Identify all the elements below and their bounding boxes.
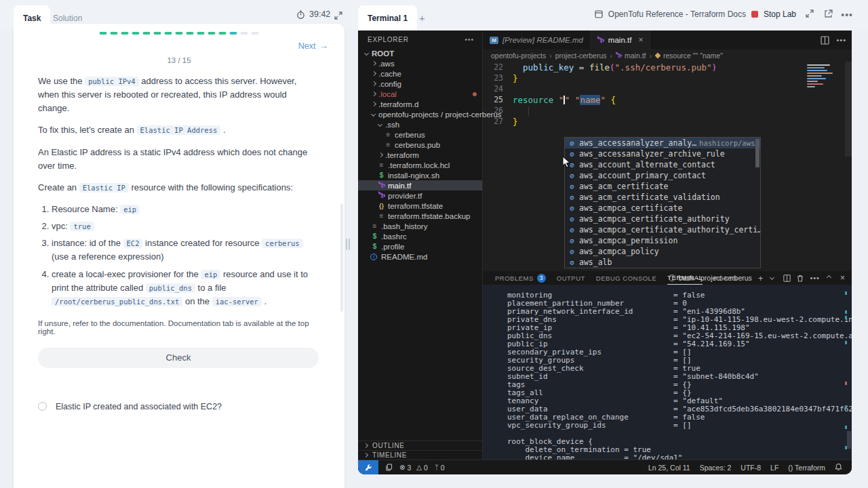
stop-lab-button[interactable]: Stop Lab (751, 9, 796, 19)
scroll-mark (845, 405, 847, 409)
new-terminal-icon[interactable]: + (758, 273, 764, 283)
suggestion-item[interactable]: ⊘aws_acmpca_certificate_authority_certi… (565, 224, 760, 235)
chevron-right-icon (370, 81, 377, 87)
tree-item--aws[interactable]: .aws (358, 58, 482, 68)
suggestion-item[interactable]: ⊘aws_acmpca_policy (565, 246, 760, 257)
tab-terminal-1[interactable]: Terminal 1 (358, 5, 417, 30)
remote-indicator[interactable] (358, 460, 378, 474)
section-timeline[interactable]: TIMELINE (358, 450, 482, 460)
expand-terminal-icon[interactable] (806, 9, 814, 18)
line-number: 27 (483, 117, 513, 126)
terminal-output[interactable]: monitoring = false placement_partition_n… (483, 285, 852, 462)
editor-more-icon[interactable]: ••• (836, 36, 846, 44)
tree-item--ssh[interactable]: .ssh (358, 119, 482, 129)
symbol-icon (655, 52, 661, 58)
progress-dash (197, 32, 205, 35)
editor-tab--preview-readme-md[interactable]: M[Preview] README.md (483, 30, 591, 49)
status-utf-8[interactable]: UTF-8 (741, 464, 761, 472)
ports-status[interactable]: ᛉ0 (435, 464, 445, 472)
radio-circle-icon[interactable] (38, 402, 47, 411)
suggestion-item[interactable]: ⊘aws_acm_certificate (565, 181, 760, 192)
trash-icon[interactable] (797, 274, 804, 282)
chevron-right-icon (370, 101, 377, 108)
tree-item--bashrc[interactable]: $.bashrc (358, 231, 482, 241)
section-outline[interactable]: OUTLINE (358, 441, 482, 450)
suggestion-item[interactable]: ⊘aws_acmpca_certificate (565, 203, 760, 214)
checklist-item[interactable]: Elastic IP created and associated with E… (38, 402, 319, 411)
editor-scrollbar[interactable] (845, 62, 852, 157)
task-scrollbar[interactable] (340, 203, 343, 312)
indent-guide (528, 106, 529, 116)
tree-item--config[interactable]: .config (358, 79, 482, 89)
suggestion-item[interactable]: ⊘aws_acmpca_permission (565, 235, 760, 246)
suggestion-item[interactable]: ⊘aws_alb (565, 257, 760, 268)
suggestion-item[interactable]: ⊘aws_account_primary_contact (565, 170, 760, 181)
expand-task-panel-icon[interactable] (334, 10, 342, 22)
panel-tab-problems[interactable]: PROBLEMS3 (495, 271, 546, 285)
status-lf[interactable]: LF (770, 464, 778, 472)
panel-tab-output[interactable]: OUTPUT (557, 271, 585, 285)
panel-maximize-icon[interactable] (826, 274, 833, 281)
next-button[interactable]: Next→ (298, 41, 328, 51)
breadcrumb-item[interactable]: project-cerberus (555, 52, 607, 60)
minimap[interactable] (807, 64, 842, 89)
editor-tab-main-tf[interactable]: main.tf× (591, 30, 651, 49)
tree-item--local[interactable]: .local (358, 89, 482, 99)
status-spaces-2[interactable]: Spaces: 2 (700, 464, 732, 472)
open-external-icon[interactable] (824, 9, 833, 18)
tree-item-label: install-nginx.sh (388, 171, 439, 180)
breadcrumb-item[interactable]: resource "" "name" (655, 52, 723, 60)
tree-item--terraform[interactable]: .terraform (358, 150, 482, 160)
docs-link[interactable]: OpenTofu Reference - Terraform Docs (595, 9, 746, 19)
panel-close-icon[interactable]: × (840, 273, 845, 283)
status--terraform[interactable]: () Terraform (788, 464, 825, 472)
status-ln-25-col-11[interactable]: Ln 25, Col 11 (648, 464, 690, 472)
shell-icon: $ (370, 232, 379, 240)
suggestion-item[interactable]: ⊘aws_account_alternate_contact (565, 159, 760, 170)
tab-task-label: Task (23, 14, 41, 23)
suggest-scrollbar[interactable] (755, 139, 760, 167)
terminal-scrollbar[interactable] (847, 431, 851, 449)
tree-item-label: .bashrc (381, 232, 407, 241)
panel-more-icon[interactable]: ••• (810, 274, 820, 282)
tree-item--profile[interactable]: $.profile (358, 241, 482, 251)
breadcrumb-item[interactable]: main.tf (616, 52, 646, 60)
check-button[interactable]: Check (38, 348, 319, 368)
tree-item--bash-history[interactable]: ≡.bash_history (358, 221, 482, 231)
suggestion-item[interactable]: ⊘aws_accessanalyzer_archive_rule (565, 148, 760, 159)
terminal-dropdown-icon[interactable] (769, 274, 776, 281)
problems-status[interactable]: ⊗3 △0 (399, 464, 428, 472)
pages-icon[interactable] (385, 464, 393, 471)
suggestion-item[interactable]: ⊘aws_acmpca_certificate_authority (565, 214, 760, 224)
tree-item--terraform-d[interactable]: .terraform.d (358, 99, 482, 109)
suggestion-item[interactable]: ⊘aws_acm_certificate_validation (565, 192, 760, 203)
tree-item--terraform-lock-hcl[interactable]: ≡.terraform.lock.hcl (358, 160, 482, 170)
panel-resize-handle[interactable] (346, 239, 350, 250)
tree-item--cache[interactable]: .cache (358, 68, 482, 79)
new-terminal-button[interactable]: + (410, 5, 435, 30)
breadcrumb-item[interactable]: opentofu-projects (491, 52, 546, 60)
tree-item-readme-md[interactable]: iREADME.md (358, 251, 482, 262)
tree-item-cerberus[interactable]: ≡cerberus (358, 129, 482, 140)
suggestion-item[interactable]: ⊘aws_accessanalyzer_analy…hashicorp/aws… (565, 138, 760, 148)
tree-item-install-nginx-sh[interactable]: $install-nginx.sh (358, 170, 482, 180)
tree-item-opentofu-projects-project-cerberus[interactable]: opentofu-projects / project-cerberus (358, 109, 482, 119)
code-text: resource "" "name" { (513, 95, 616, 105)
code-editor[interactable]: 22 public_key = file(".ssh/cerberus.pub"… (483, 62, 852, 239)
panel-tab-debug-console[interactable]: DEBUG CONSOLE (596, 271, 656, 285)
terminal-session[interactable]: bash - project-cerberus (669, 274, 752, 282)
tree-item-terraform-tfstate[interactable]: {}terraform.tfstate (358, 201, 482, 211)
tree-item-root[interactable]: ROOT (358, 48, 482, 58)
tree-item-terraform-tfstate-backup[interactable]: ≡terraform.tfstate.backup (358, 211, 482, 221)
close-icon[interactable]: × (638, 35, 643, 45)
paragraph: To fix this, let's create an Elastic IP … (38, 123, 319, 137)
tree-item-provider-tf[interactable]: provider.tf (358, 190, 482, 201)
tree-item-main-tf[interactable]: main.tf (358, 180, 482, 190)
bell-icon[interactable] (835, 463, 842, 472)
tree-item-cerberus-pub[interactable]: ≡cerberus.pub (358, 140, 482, 150)
header-more-icon[interactable]: ••• (841, 9, 853, 20)
split-terminal-icon[interactable] (783, 274, 791, 282)
split-editor-icon[interactable] (821, 36, 829, 45)
explorer-more-icon[interactable]: ••• (465, 36, 474, 43)
suggestion-label: aws_acmpca_certificate_authority (579, 214, 730, 224)
